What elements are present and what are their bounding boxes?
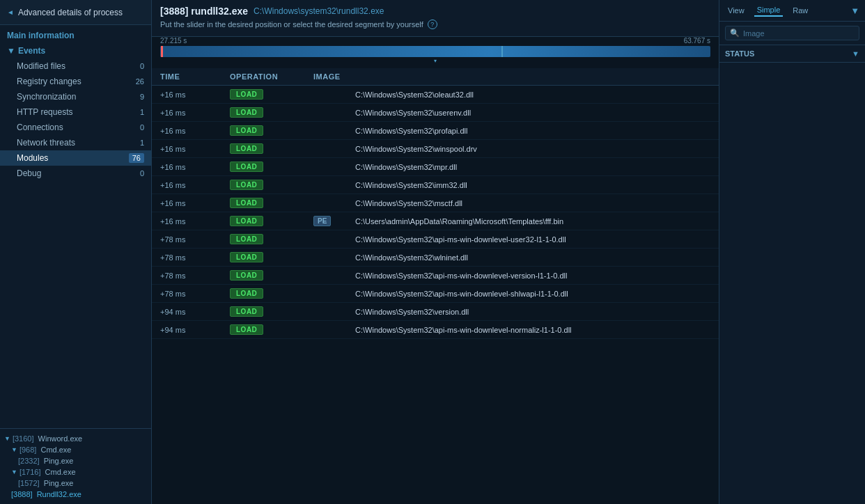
col-operation: Operation [230,72,313,81]
ptree-winword[interactable]: ▼ [3160] Winword.exe [0,433,151,444]
time-cell: +78 ms [160,253,230,262]
operation-cell: LOAD [230,125,313,136]
process-path: C:\Windows\system32\rundll32.exe [254,6,384,16]
process-tree: ▼ [3160] Winword.exe ▼ [968] Cmd.exe [23… [0,428,151,504]
load-badge: LOAD [230,270,263,281]
col-time: Time [160,72,230,81]
sidebar-item-registry-changes[interactable]: Registry changes 26 [0,74,151,89]
back-arrow-icon[interactable]: ◄ [7,8,14,16]
time-cell: +16 ms [160,127,230,135]
load-badge: LOAD [230,252,263,262]
search-input[interactable] [743,29,855,38]
sidebar-item-modules[interactable]: Modules 76 [0,150,151,166]
sidebar-item-debug[interactable]: Debug 0 [0,166,151,181]
timeline-fill [160,46,710,57]
load-badge: LOAD [230,198,263,208]
process-pid-name: [3888] rundll32.exe [160,6,248,17]
ptree-pid: [3160] [13,434,34,443]
image-path-cell: C:\Windows\System32\api-ms-win-downlevel… [355,290,710,298]
pe-badge: PE [313,216,331,226]
operation-cell: LOAD [230,89,313,100]
operation-cell: LOAD [230,143,313,154]
ptree-cmd-968[interactable]: ▼ [968] Cmd.exe [7,444,151,455]
operation-cell: LOAD [230,180,313,190]
image-path-cell: C:\Windows\System32\oleaut32.dll [355,90,710,99]
status-header: Status ▼ [719,45,865,63]
image-path-cell: C:\Windows\System32\version.dll [355,308,710,316]
main-information-label[interactable]: Main information [0,25,151,43]
ptree-ping-2332[interactable]: [2332] Ping.exe [14,455,151,466]
help-icon[interactable]: ? [428,19,437,29]
events-label: Events [18,46,45,56]
operation-cell: LOAD [230,306,313,317]
table-row: +16 ms LOAD C:\Windows\System32\msctf.dl… [152,194,719,212]
ptree-pid: [2332] [18,457,40,465]
main-content: [3888] rundll32.exe C:\Windows\system32\… [152,0,719,504]
table-header: Time Operation Image [152,68,719,86]
sidebar-item-http-requests[interactable]: HTTP requests 1 [0,104,151,120]
time-cell: +16 ms [160,90,230,99]
load-badge: LOAD [230,324,263,335]
table-row: +16 ms LOAD C:\Windows\System32\profapi.… [152,122,719,140]
ptree-name: Cmd.exe [43,468,76,476]
timeline-start-time: 27.215 s [160,37,187,45]
table-row: +78 ms LOAD C:\Windows\System32\api-ms-w… [152,267,719,285]
topbar: [3888] rundll32.exe C:\Windows\system32\… [152,0,719,37]
image-path-cell: C:\Windows\System32\api-ms-win-downlevel… [355,235,710,244]
operation-cell: LOAD [230,270,313,281]
ptree-cmd-1716[interactable]: ▼ [1716] Cmd.exe [7,466,151,478]
ptree-name: Winword.exe [36,434,83,443]
table-row: +78 ms LOAD C:\Windows\System32\wlninet.… [152,249,719,267]
image-path-cell: C:\Users\admin\AppData\Roaming\Microsoft… [355,217,710,226]
tab-simple[interactable]: Simple [754,4,784,17]
image-cell: PE [313,216,355,226]
time-cell: +16 ms [160,217,230,226]
ptree-arrow-icon: ▼ [4,435,10,442]
sidebar-item-synchronization[interactable]: Synchronization 9 [0,89,151,104]
right-panel-search: 🔍 [719,22,865,45]
filter-icon[interactable]: ▼ [850,6,859,16]
operation-cell: LOAD [230,162,313,172]
timeline-bar[interactable] [160,46,710,57]
ptree-rundll32[interactable]: [3888] Rundll32.exe [7,489,151,500]
ptree-name: Ping.exe [42,479,74,487]
status-dropdown-icon[interactable]: ▼ [852,49,859,58]
ptree-pid: [1572] [18,479,40,487]
sidebar-item-network-threats[interactable]: Network threats 1 [0,135,151,150]
ptree-pid: [3888] [11,490,33,498]
time-cell: +16 ms [160,163,230,171]
sidebar-title: Advanced details of process [18,8,123,17]
sidebar-header: ◄ Advanced details of process [0,0,151,25]
operation-cell: LOAD [230,324,313,335]
sidebar-item-connections[interactable]: Connections 0 [0,120,151,135]
sidebar-item-modified-files[interactable]: Modified files 0 [0,58,151,74]
search-icon: 🔍 [730,29,740,38]
tab-view[interactable]: View [725,5,747,16]
table-row: +16 ms LOAD C:\Windows\System32\mpr.dll [152,158,719,176]
ptree-name: Ping.exe [42,457,74,465]
image-path-cell: C:\Windows\System32\winspool.drv [355,145,710,153]
events-toggle[interactable]: ▼ Events [0,43,151,58]
topbar-subtitle: Put the slider in the desired position o… [160,19,710,29]
image-path-cell: C:\Windows\System32\msctf.dll [355,199,710,207]
table-row: +16 ms LOAD PE C:\Users\admin\AppData\Ro… [152,212,719,230]
load-badge: LOAD [230,180,263,190]
image-path-cell: C:\Windows\System32\wlninet.dll [355,253,710,262]
image-path-cell: C:\Windows\System32\mpr.dll [355,163,710,171]
load-badge: LOAD [230,125,263,136]
col-image-path [355,72,710,81]
load-badge: LOAD [230,107,263,118]
timeline-marker-right[interactable] [501,46,503,57]
ptree-name: Cmd.exe [38,446,71,454]
load-badge: LOAD [230,288,263,299]
load-badge: LOAD [230,306,263,317]
timeline-marker-left[interactable] [161,46,163,57]
operation-cell: LOAD [230,216,313,226]
tab-raw[interactable]: Raw [790,5,811,16]
load-badge: LOAD [230,234,263,244]
image-path-cell: C:\Windows\System32\profapi.dll [355,127,710,135]
right-panel: View Simple Raw ▼ 🔍 Status ▼ [719,0,865,504]
operation-cell: LOAD [230,288,313,299]
ptree-ping-1572[interactable]: [1572] Ping.exe [14,478,151,489]
data-table: Time Operation Image +16 ms LOAD C:\Wind… [152,68,719,504]
